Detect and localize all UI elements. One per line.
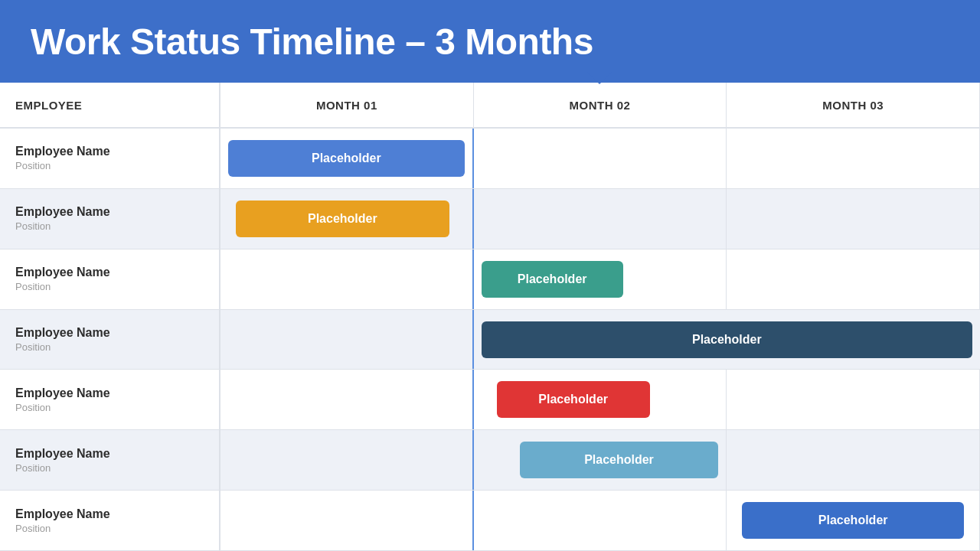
month01-cell: Placeholder — [220, 189, 474, 249]
month01-cell — [220, 370, 474, 429]
month01-cell — [220, 491, 474, 550]
month03-cell — [727, 189, 980, 249]
table-row: Employee Name Position Placeholder — [0, 430, 980, 491]
page-header: Work Status Timeline – 3 Months — [0, 0, 980, 83]
month03-cell: Placeholder — [727, 491, 980, 550]
table-row: Employee Name Position Placeholder — [0, 189, 980, 249]
month01-cell — [220, 430, 474, 490]
page-title: Work Status Timeline – 3 Months — [31, 21, 593, 63]
table-row: Employee Name Position Placeholder — [0, 310, 980, 370]
employee-cell: Employee Name Position — [0, 310, 220, 370]
month01-cell — [220, 310, 474, 370]
employee-cell: Employee Name Position — [0, 491, 220, 550]
month02-cell: Placeholder — [474, 249, 727, 309]
month02-column-header: MONTH 02 — [474, 83, 727, 127]
employee-cell: Employee Name Position — [0, 189, 220, 249]
month02-cell: Placeholder — [474, 310, 980, 370]
employee-cell: Employee Name Position — [0, 129, 220, 188]
column-headers: EMPLOYEE MONTH 01 MONTH 02 MONTH 03 — [0, 83, 980, 129]
month02-cell: Placeholder — [474, 370, 727, 429]
timeline-bar: Placeholder — [228, 140, 465, 177]
month03-cell — [727, 370, 980, 429]
main-content: EMPLOYEE MONTH 01 MONTH 02 MONTH 03 Empl… — [0, 83, 980, 551]
month02-cell: Placeholder — [474, 430, 727, 490]
table-row: Employee Name Position Placeholder — [0, 370, 980, 430]
month01-column-header: MONTH 01 — [220, 83, 474, 127]
month03-cell — [727, 249, 980, 309]
month02-cell — [474, 189, 727, 249]
table-row: Employee Name Position Placeholder — [0, 249, 980, 310]
month03-column-header: MONTH 03 — [727, 83, 980, 127]
timeline-bar: Placeholder — [742, 502, 964, 539]
month03-cell — [727, 430, 980, 490]
timeline-bar: Placeholder — [497, 381, 650, 418]
month01-cell — [220, 249, 474, 309]
timeline-bar: Placeholder — [482, 261, 623, 298]
month02-cell — [474, 129, 727, 188]
table-row: Employee Name Position Placeholder — [0, 129, 980, 189]
timeline-rows: Employee Name Position Placeholder Emplo… — [0, 129, 980, 551]
employee-cell: Employee Name Position — [0, 249, 220, 309]
timeline-bar: Placeholder — [520, 442, 719, 478]
month03-cell — [727, 129, 980, 188]
employee-cell: Employee Name Position — [0, 370, 220, 429]
employee-cell: Employee Name Position — [0, 430, 220, 490]
month01-cell: Placeholder — [220, 129, 474, 188]
table-row: Employee Name Position Placeholder — [0, 491, 980, 551]
employee-column-header: EMPLOYEE — [0, 83, 220, 127]
timeline-bar: Placeholder — [236, 201, 449, 237]
timeline-bar: Placeholder — [482, 321, 972, 358]
month02-cell — [474, 491, 727, 550]
